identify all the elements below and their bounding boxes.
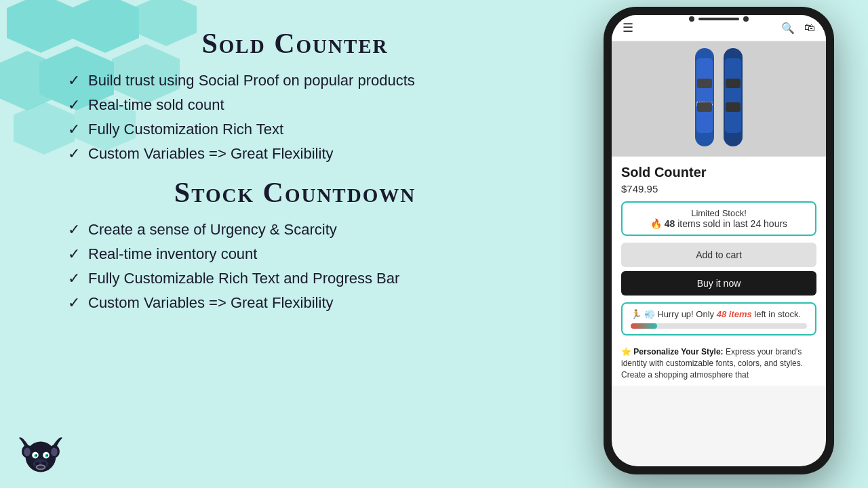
search-icon[interactable]: 🔍 [781, 22, 795, 35]
buy-now-button[interactable]: Buy it now [621, 271, 816, 296]
feature-text: Custom Variables => Great Flexibility [88, 145, 334, 163]
camera-dot [689, 16, 694, 22]
camera-dot-2 [743, 16, 749, 22]
feature-text: Real-time sold count [88, 96, 224, 114]
svg-point-3 [24, 447, 31, 456]
stock-suffix: left in stock. [754, 309, 801, 319]
phone-camera-area [689, 16, 749, 22]
sold-counter-features: ✓ Build trust using Social Proof on popu… [41, 72, 549, 163]
sold-counter-box: Limited Stock! 🔥 48 items sold in last 2… [621, 201, 816, 236]
feature-item: ✓ Custom Variables => Great Flexibility [68, 294, 549, 312]
feature-item: ✓ Real-time sold count [68, 96, 549, 114]
checkmark-icon: ✓ [68, 145, 80, 163]
svg-point-9 [35, 454, 37, 455]
personalize-section: ⭐ Personalize Your Style: Express your b… [621, 341, 816, 380]
product-title: Sold Counter [621, 165, 816, 180]
feature-text: Custom Variables => Great Flexibility [88, 294, 334, 312]
product-price: $749.95 [621, 183, 816, 195]
hamburger-icon[interactable]: ☰ [623, 20, 633, 35]
topbar-icons: 🔍 🛍 [781, 22, 815, 35]
checkmark-icon: ✓ [68, 96, 80, 114]
checkmark-icon: ✓ [68, 121, 80, 138]
feature-text: Fully Customization Rich Text [88, 121, 283, 138]
feature-item: ✓ Build trust using Social Proof on popu… [68, 72, 549, 89]
progress-bar-fill [631, 323, 657, 329]
feature-item: ✓ Real-time inventory count [68, 245, 549, 263]
sold-counter-label: Limited Stock! [631, 208, 807, 218]
feature-item: ✓ Custom Variables => Great Flexibility [68, 145, 549, 163]
svg-rect-20 [697, 79, 712, 88]
feature-text: Fully Customizable Rich Text and Progres… [88, 270, 399, 287]
svg-rect-22 [726, 79, 741, 88]
bull-logo [14, 427, 68, 481]
feature-item: ✓ Fully Customization Rich Text [68, 121, 549, 138]
snowboard-image: NIDUS [658, 45, 780, 153]
svg-rect-21 [697, 102, 712, 112]
sold-counter-title: Sold Counter [41, 27, 549, 60]
product-image-area: NIDUS [612, 41, 826, 157]
svg-point-4 [51, 447, 58, 456]
phone-frame: ☰ 🔍 🛍 NIDUS [604, 7, 834, 474]
speaker-bar [698, 18, 739, 20]
sold-counter-body: 🔥 48 items sold in last 24 hours [631, 218, 807, 229]
phone-screen: ☰ 🔍 🛍 NIDUS [612, 15, 826, 466]
stock-countdown-title: Stock Countdown [41, 176, 549, 209]
svg-rect-16 [696, 58, 713, 133]
checkmark-icon: ✓ [68, 245, 80, 263]
checkmark-icon: ✓ [68, 72, 80, 89]
feature-text: Real-time inventory count [88, 245, 257, 263]
feature-item: ✓ Fully Customizable Rich Text and Progr… [68, 270, 549, 287]
stock-countdown-box: 🏃 💨 Hurry up! Only 48 items left in stoc… [621, 302, 816, 336]
stock-countdown-features: ✓ Create a sense of Urgency & Scarcity ✓… [41, 221, 549, 312]
add-to-cart-button[interactable]: Add to cart [621, 243, 816, 267]
stock-prefix: Hurry up! Only [657, 309, 714, 319]
product-info: Sold Counter $749.95 Limited Stock! 🔥 48… [612, 157, 826, 386]
progress-bar-container [631, 323, 807, 329]
sold-count: 48 [665, 218, 675, 229]
feature-item: ✓ Create a sense of Urgency & Scarcity [68, 221, 549, 239]
svg-rect-19 [725, 58, 741, 133]
checkmark-icon: ✓ [68, 294, 80, 312]
stock-icon-1: 🏃 [631, 309, 642, 319]
personalize-text: ⭐ Personalize Your Style: Express your b… [621, 346, 816, 380]
left-panel: Sold Counter ✓ Build trust using Social … [41, 20, 549, 325]
svg-rect-23 [726, 102, 741, 112]
stock-icon-2: 💨 [644, 309, 655, 319]
sold-counter-suffix: items sold in last 24 hours [677, 218, 787, 229]
checkmark-icon: ✓ [68, 221, 80, 239]
checkmark-icon: ✓ [68, 270, 80, 287]
stock-text: 🏃 💨 Hurry up! Only 48 items left in stoc… [631, 309, 807, 319]
stock-count: 48 items [717, 309, 752, 319]
phone-mockup: ☰ 🔍 🛍 NIDUS [604, 7, 848, 481]
feature-text: Create a sense of Urgency & Scarcity [88, 221, 337, 239]
feature-text: Build trust using Social Proof on popula… [88, 72, 415, 89]
cart-icon[interactable]: 🛍 [804, 22, 815, 35]
fire-icon: 🔥 [650, 218, 662, 229]
svg-point-10 [46, 454, 47, 455]
